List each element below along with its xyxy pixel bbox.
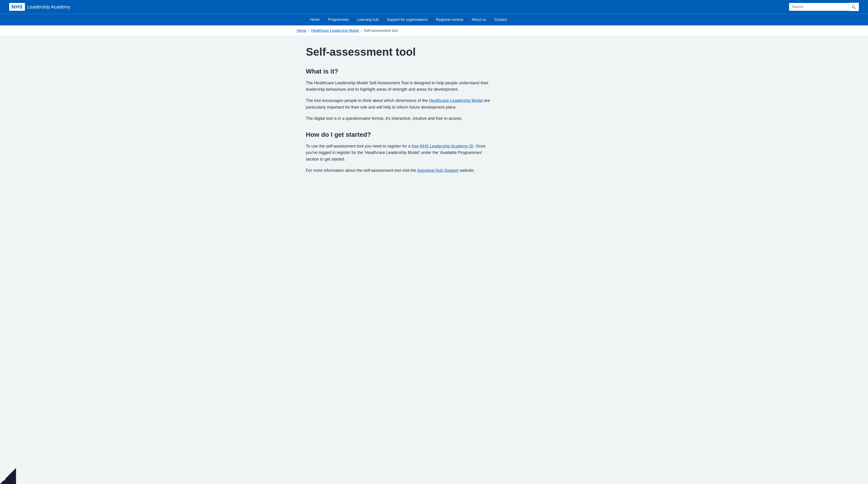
nav-item-home[interactable]: Home: [306, 14, 324, 25]
nav-item-about[interactable]: About us: [467, 14, 490, 25]
section-how-to-start: How do I get started? To use the self-as…: [306, 131, 562, 174]
breadcrumb-sep-1: ›: [308, 29, 309, 32]
healthcare-leadership-model-link[interactable]: Healthcare Leadership Model: [429, 98, 483, 103]
how-paragraph-2: For more information about the self-asse…: [306, 167, 494, 174]
nhs-badge: NHS: [9, 3, 25, 11]
org-name: Leadership Academy: [27, 4, 70, 10]
breadcrumb-current: Self-assessment tool: [364, 29, 398, 33]
breadcrumb: Home › Healthcare Leadership Model › Sel…: [297, 29, 571, 33]
breadcrumb-bar: Home › Healthcare Leadership Model › Sel…: [0, 25, 868, 36]
nav-list: Home Programmes Learning hub Support for…: [297, 14, 571, 25]
nav-link-support[interactable]: Support for organisations: [383, 14, 432, 25]
nav-item-contact[interactable]: Contact: [490, 14, 511, 25]
site-header: NHS Leadership Academy: [0, 0, 868, 14]
nav-item-learning-hub[interactable]: Learning hub: [353, 14, 383, 25]
main-content: Self-assessment tool What is it? The Hea…: [297, 36, 571, 201]
what-paragraph-3: The digital tool is in a questionnaire f…: [306, 115, 494, 122]
nav-item-support[interactable]: Support for organisations: [383, 14, 432, 25]
section-heading-what: What is it?: [306, 68, 562, 75]
nav-item-programmes[interactable]: Programmes: [324, 14, 353, 25]
breadcrumb-home[interactable]: Home: [297, 29, 307, 33]
free-nhs-id-link[interactable]: free NHS Leadership Academy ID: [412, 144, 473, 148]
nhs-logo: NHS Leadership Academy: [9, 3, 70, 11]
how-paragraph-1: To use the self-assessment tool you need…: [306, 143, 494, 163]
breadcrumb-healthcare-leadership-model[interactable]: Healthcare Leadership Model: [311, 29, 359, 33]
search-icon: [851, 5, 856, 9]
section-what-is-it: What is it? The Healthcare Leadership Mo…: [306, 68, 562, 122]
nav-link-programmes[interactable]: Programmes: [324, 14, 353, 25]
main-nav: Home Programmes Learning hub Support for…: [0, 14, 868, 25]
page-title: Self-assessment tool: [306, 45, 562, 59]
search-input[interactable]: [789, 3, 848, 11]
what-paragraph-2: The tool encourages people to think abou…: [306, 97, 494, 111]
nav-link-learning-hub[interactable]: Learning hub: [353, 14, 383, 25]
nav-link-regional[interactable]: Regional centres: [432, 14, 467, 25]
section-heading-how: How do I get started?: [306, 131, 562, 138]
search-button[interactable]: [848, 3, 859, 11]
nav-item-regional[interactable]: Regional centres: [432, 14, 467, 25]
what-paragraph-1: The Healthcare Leadership Model Self-Ass…: [306, 80, 494, 93]
appraisal-hub-link[interactable]: Appraisal Hub Support: [417, 168, 459, 173]
nav-link-about[interactable]: About us: [467, 14, 490, 25]
breadcrumb-sep-2: ›: [361, 29, 362, 32]
nav-link-home[interactable]: Home: [306, 14, 324, 25]
nav-link-contact[interactable]: Contact: [490, 14, 511, 25]
search-form: [789, 3, 859, 11]
